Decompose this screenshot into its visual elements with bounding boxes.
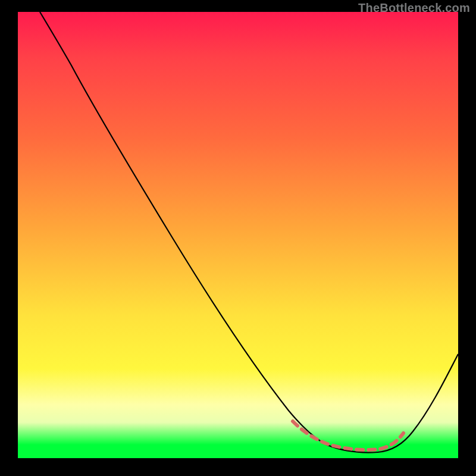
plot-area — [18, 12, 458, 458]
chart-frame: TheBottleneck.com — [0, 0, 476, 476]
chart-svg — [18, 12, 458, 458]
bottleneck-curve — [40, 12, 458, 453]
optimal-band — [293, 421, 403, 450]
watermark-text: TheBottleneck.com — [358, 1, 470, 15]
